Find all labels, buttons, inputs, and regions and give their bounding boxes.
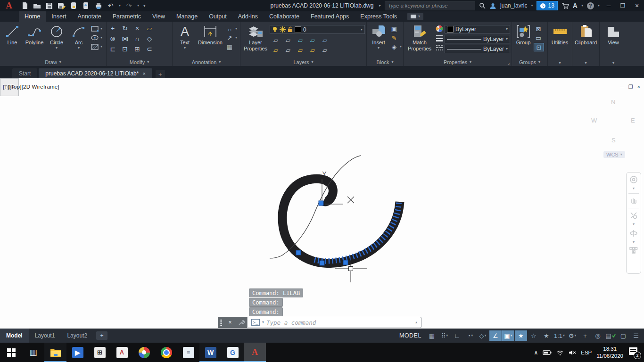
panel-view-label[interactable]: ▾ — [600, 61, 627, 65]
erase-button[interactable]: ▱ — [145, 25, 154, 32]
tab-annotate[interactable]: Annotate — [72, 11, 107, 22]
object-color-wheel-icon[interactable] — [435, 25, 444, 33]
layer-lock-button[interactable]: ▱ — [310, 37, 315, 44]
ellipse-dropdown-icon[interactable]: ▾ — [100, 36, 102, 40]
insert-dropdown-icon[interactable]: ▾ — [378, 46, 380, 50]
edit-block-button[interactable]: ✎ — [389, 34, 399, 41]
tray-chevron-icon[interactable]: ∧ — [534, 349, 538, 356]
command-expand-icon[interactable]: ▴ — [415, 321, 417, 324]
dimension-button[interactable]: Dimension — [196, 24, 224, 50]
grid-toggle[interactable]: ▦ — [426, 330, 438, 341]
autocad-logo-icon[interactable]: A — [0, 0, 18, 11]
user-dropdown-icon[interactable]: ▾ — [531, 4, 533, 8]
tab-output[interactable]: Output — [203, 11, 232, 22]
recent-commands-caret-icon[interactable]: ▾ — [262, 321, 264, 324]
layer-match-button[interactable]: ▱ — [322, 47, 327, 54]
snap-toggle[interactable]: ⠿▾ — [438, 330, 451, 341]
isometric-drafting-toggle[interactable]: ◇▾ — [477, 330, 489, 341]
circle-dropdown-icon[interactable]: ▾ — [56, 46, 58, 50]
hatch-dropdown-icon[interactable]: ▾ — [100, 45, 102, 49]
insert-block-button[interactable]: Insert ▾ — [368, 24, 389, 50]
lineweight-dropdown[interactable]: ByLayer ▾ — [445, 35, 510, 43]
tab-express-tools[interactable]: Express Tools — [355, 11, 403, 22]
plot-icon[interactable] — [94, 2, 102, 10]
panel-annotation-label[interactable]: Annotation▾ — [173, 59, 240, 65]
model-tab[interactable]: Model — [0, 329, 29, 343]
layout1-tab[interactable]: Layout1 — [29, 329, 61, 343]
autoscale-toggle[interactable]: ☆ — [528, 330, 540, 341]
help-icon[interactable]: ? — [587, 2, 594, 9]
copy-button[interactable]: ⊚ — [108, 35, 117, 42]
layer-unisolate-button[interactable]: ▱ — [286, 47, 290, 54]
taskbar-autocad[interactable]: A — [244, 343, 266, 362]
leader-button[interactable]: ↗ — [225, 34, 234, 41]
mirror-button[interactable]: ⋈ — [120, 35, 130, 42]
text-dropdown-icon[interactable]: ▾ — [184, 46, 186, 50]
close-button[interactable]: × — [632, 1, 642, 10]
rectangle-dropdown-icon[interactable]: ▾ — [100, 27, 102, 31]
ungroup-button[interactable]: ⊠ — [534, 25, 543, 33]
layer-freeze-button[interactable]: ▱ — [298, 37, 303, 44]
panel-properties-label[interactable]: Properties▾⌟ — [404, 59, 512, 65]
layer-unlock-button[interactable]: ▱ — [310, 47, 315, 54]
volume-muted-icon[interactable] — [569, 350, 576, 355]
arc-button[interactable]: Arc ▾ — [68, 24, 90, 50]
annotation-scale-icon[interactable]: ★ — [540, 330, 553, 341]
command-bar-close-icon[interactable]: × — [224, 317, 236, 328]
search-icon[interactable] — [479, 2, 486, 9]
group-button[interactable]: Group — [513, 24, 533, 51]
table-button[interactable]: ▦ — [225, 43, 234, 50]
taskbar-calculator[interactable]: ⊞ — [89, 343, 111, 362]
trim-button[interactable]: × — [132, 25, 142, 32]
ribbon-display-toggle[interactable]: ▾ — [407, 13, 423, 20]
match-properties-button[interactable]: Match Properties — [405, 24, 434, 53]
line-button[interactable]: Line — [1, 24, 23, 50]
tab-featured-apps[interactable]: Featured Apps — [305, 11, 355, 22]
layer-on-button[interactable]: ▱ — [273, 47, 278, 54]
taskbar-notepad[interactable]: ≡ — [177, 343, 199, 362]
taskbar-gstarcad[interactable]: G — [222, 343, 244, 362]
panel-groups-label[interactable]: Groups▾ — [512, 59, 547, 65]
make-current-button[interactable]: ▱ — [322, 37, 327, 44]
wifi-icon[interactable] — [556, 350, 564, 355]
move-button[interactable]: + — [108, 25, 117, 32]
panel-utilities-label[interactable]: ▾ — [548, 61, 572, 65]
taskbar-file-explorer[interactable] — [44, 343, 66, 362]
panel-clipboard-label[interactable]: ▾ — [572, 61, 599, 65]
stretch-button[interactable]: ⊏ — [108, 45, 117, 53]
linear-dimension-dropdown-icon[interactable]: ▾ — [235, 27, 237, 31]
scale-button[interactable]: ⊡ — [120, 45, 130, 53]
layout2-tab[interactable]: Layout2 — [61, 329, 93, 343]
tab-collaborate[interactable]: Collaborate — [264, 11, 305, 22]
properties-panel-launcher[interactable]: ⌟ — [508, 60, 510, 65]
rotate-button[interactable]: ↻ — [120, 25, 130, 32]
linetype-icon[interactable] — [435, 44, 444, 51]
layer-on-bulb-icon[interactable] — [272, 26, 278, 33]
action-center-button[interactable]: 2 — [628, 347, 640, 358]
clipboard-button[interactable]: Clipboard — [574, 24, 598, 46]
group-edit-button[interactable]: ▭ — [534, 34, 543, 41]
qat-customize-icon[interactable]: ▾ — [143, 4, 146, 8]
explode-button[interactable]: ◇ — [145, 35, 154, 42]
app-store-cart-icon[interactable] — [561, 2, 569, 9]
redo-button[interactable]: ↷ — [125, 2, 133, 10]
taskbar-wordpad[interactable]: A — [111, 343, 133, 362]
attributes-dropdown-icon[interactable]: ▾ — [400, 45, 402, 49]
panel-modify-label[interactable]: Modify▾ — [107, 59, 172, 65]
save-to-web-mobile-icon[interactable] — [82, 2, 90, 10]
ortho-toggle[interactable]: ∟ — [451, 330, 463, 341]
group-selection-toggle[interactable]: ⊡ — [534, 43, 544, 51]
save-as-icon[interactable] — [58, 2, 66, 10]
tab-parametric[interactable]: Parametric — [107, 11, 147, 22]
panel-block-label[interactable]: Block▾ — [367, 59, 403, 65]
new-drawing-tab-button[interactable]: + — [156, 70, 165, 78]
save-icon[interactable] — [45, 2, 53, 10]
leader-dropdown-icon[interactable]: ▾ — [235, 36, 237, 40]
hatch-button[interactable] — [90, 43, 99, 50]
layer-color-swatch[interactable] — [295, 26, 301, 33]
rectangle-button[interactable] — [90, 25, 99, 33]
clean-screen-button[interactable]: ▢ — [617, 330, 629, 341]
user-avatar-icon[interactable] — [489, 2, 496, 9]
fillet-button[interactable]: ∩ — [132, 35, 142, 42]
array-button[interactable]: ⊞ — [132, 45, 142, 53]
